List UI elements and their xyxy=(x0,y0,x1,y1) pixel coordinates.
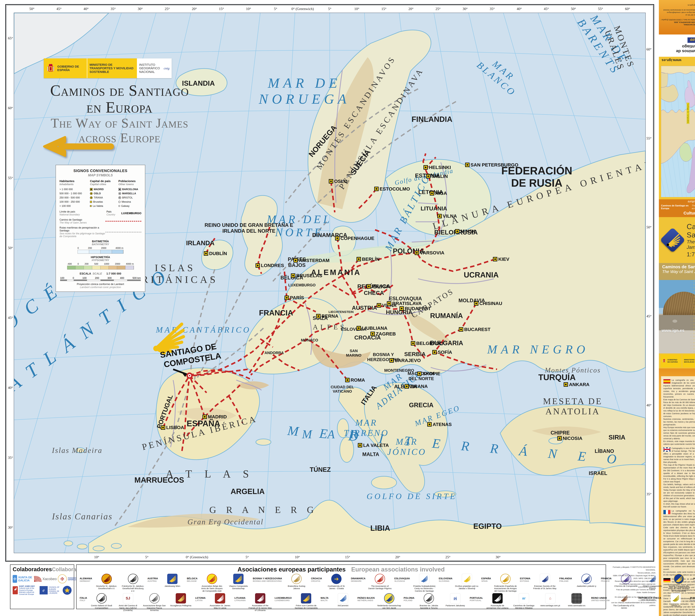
svg-text:TIRANA: TIRANA xyxy=(410,384,428,389)
degree-label: 15° xyxy=(345,555,350,559)
ign-url-top: www.ign.es xyxy=(662,58,681,63)
country-name-es: REINO UNIDO xyxy=(591,597,610,599)
ministry-label-small: MINISTERIO DE TRANSPORTES Y MOVILIDAD SO… xyxy=(684,359,695,363)
legend-capitals: Capital de país Capital cities MADRIDOSL… xyxy=(90,179,117,208)
hypsometry-tick: 500 xyxy=(94,263,98,265)
country-name-es: HUNGRÍA xyxy=(693,577,695,580)
country-name-es: PORTUGAL xyxy=(470,597,483,599)
association-entry: ➔Confraternity of St. James - Croatia xyxy=(324,574,348,590)
svg-text:FINLANDIA: FINLANDIA xyxy=(411,115,453,123)
saint-james-way-icon xyxy=(13,586,18,594)
svg-text:SOFÍA: SOFÍA xyxy=(438,350,452,355)
gobierno-cell: GOBIERNO DE ESPAÑA xyxy=(44,59,87,78)
association-country: ESTONIAESTONIA xyxy=(520,574,530,582)
publisher-line: www.ign.es / www.cnig.es e-mail: consult… xyxy=(661,11,695,14)
svg-text:ESPAÑA: ESPAÑA xyxy=(187,419,220,428)
scalebar-number: 100 xyxy=(82,277,87,280)
title-es-1: Caminos de Santiago xyxy=(50,82,189,99)
association-entry: arCaminhos de Santiago Alentejo e Ribate… xyxy=(512,593,536,609)
xunta-shield-icon xyxy=(13,575,17,583)
cultural-en-flipped: Culture xyxy=(688,200,695,203)
svg-text:CHISINAU: CHISINAU xyxy=(479,301,502,306)
logo-federacion-espanola: FEDERACIÓN ESPAÑOLA xyxy=(58,575,79,583)
degree-label: 30° xyxy=(138,7,142,11)
association-logo xyxy=(128,574,138,584)
country-name-en: LITHUANIA xyxy=(235,599,246,602)
sidebar-web-band: www.ign.es xyxy=(659,57,695,64)
association-entry: SJAmici del Camino di Santu Jacu AdCSJ (… xyxy=(116,593,140,612)
country-name-en: DENMARK xyxy=(351,580,366,582)
svg-text:MINSK: MINSK xyxy=(460,229,476,234)
country-name-es: PAÍSES BAJOS xyxy=(357,597,375,599)
sea-label: MAR NEGRO xyxy=(487,343,589,356)
capital-city: SKOPIE xyxy=(418,371,440,376)
degree-label: 40° xyxy=(646,403,651,407)
publisher-block: PUBLICA:© O. A. CENTRO NACIONALDE INFORM… xyxy=(661,4,695,28)
capital-city: TALLIN xyxy=(426,173,448,179)
svg-text:MESETA DE: MESETA DE xyxy=(543,396,603,406)
imprint-line: Tercera edición, 2025 xyxy=(611,571,655,574)
country-label: ESPAÑA xyxy=(187,419,220,428)
svg-text:G R A N E R G: G R A N E R G xyxy=(209,504,318,515)
association-name: Parlament Jakubowy xyxy=(443,604,467,607)
svg-text:MAR CANTÁBRICO: MAR CANTÁBRICO xyxy=(156,325,251,334)
country-label: CIUDAD DELVATICANO xyxy=(331,385,354,394)
association-country: PAÍSES BAJOSNETHERLANDS xyxy=(357,593,375,602)
bathymetry-tick: 200 xyxy=(88,247,92,250)
country-label: CHIPRE xyxy=(550,430,570,436)
hypsometry-tick: 1000 xyxy=(104,263,109,265)
associations-title-en: European associations involved xyxy=(351,566,445,573)
country-name-en: MALTA xyxy=(321,599,328,602)
country-label: LITUANIA xyxy=(421,205,447,212)
capitals-header-es: Capital de país xyxy=(90,179,117,183)
association-name: XirCammini xyxy=(331,604,355,607)
association-entry: Bratovština Svetog Jakova xyxy=(285,574,308,590)
city-symbol xyxy=(90,188,92,191)
searoutes-label-es: Rutas marítimas de peregrinación a Santi… xyxy=(60,226,99,232)
imprint-line: Foto de portada cedida por Turismo de Ga… xyxy=(611,588,655,594)
language-paragraph-es: La cartografía es una de las ciencias qu… xyxy=(663,379,695,446)
country-label-en: Country xyxy=(106,213,115,216)
association-entry: Associazione Borgo San Giacomo Piazza Ar… xyxy=(142,593,166,612)
association-name: The Associacion of Danish Santiago Pilgr… xyxy=(368,585,392,590)
bathymetry-swatch xyxy=(78,250,89,253)
xacobeo-label: Xacobeo xyxy=(43,577,57,581)
association-name: www.caminador.es xyxy=(565,604,589,607)
capitals-header-en: Capital cities xyxy=(90,183,117,186)
degree-label: 30° xyxy=(462,7,468,11)
scale-bar: 1000100200300400500 km xyxy=(60,277,141,281)
svg-text:GOLFO DE SIRTE: GOLFO DE SIRTE xyxy=(367,492,457,501)
capital-city: RIGA xyxy=(430,190,447,196)
svg-text:SARAJEVO: SARAJEVO xyxy=(395,358,421,363)
association-country: DINAMARCADENMARK xyxy=(351,574,366,582)
country-name-es: LITUANIA xyxy=(235,597,246,599)
coe-label-en: COUNCIL OF EUROPE xyxy=(49,586,60,590)
association-logo: ➔ xyxy=(331,574,341,584)
city-symbol xyxy=(118,201,120,203)
app-title: Caminos de Santiago xyxy=(661,44,695,54)
svg-text:LITUANIA: LITUANIA xyxy=(421,205,447,212)
country-name-en: PORTUGAL xyxy=(470,599,483,602)
minimap-santiago-label: Santiago de Compostela xyxy=(686,103,690,124)
association-entry: Frënn vum Camino de Santiago de Composte… xyxy=(294,593,318,609)
bathymetry-title-en: BATHYMETRY xyxy=(60,243,141,246)
country-name-en: SLOVENIA xyxy=(439,580,452,582)
sea-label: MARBLANCO xyxy=(475,51,525,98)
degree-label: 5° xyxy=(245,555,249,559)
hypsometry-tick: -400 xyxy=(67,263,72,265)
association-logo xyxy=(176,593,186,603)
bathymetry-tick: 2000 xyxy=(101,247,106,250)
association-entry: Priatelia Svätojakubskej Cesty na Sloven… xyxy=(412,574,436,592)
svg-text:LIBIA: LIBIA xyxy=(370,524,390,532)
imprint-line: ISBN: 978-84-416-9156-8. Depósito legal:… xyxy=(611,574,655,580)
associations-box: Asociaciones europeas participantes Euro… xyxy=(76,564,606,609)
country-label: LIBIA xyxy=(370,524,390,532)
svg-text:ARGELIA: ARGELIA xyxy=(231,487,265,496)
capital-city: PRAGA xyxy=(367,284,389,289)
country-name-en: LUXEMBOURG xyxy=(275,599,292,602)
country-name-es: ESPAÑA xyxy=(481,577,491,580)
association-country: ESLOVENIASLOVENIA xyxy=(439,574,452,582)
degree-label: 50° xyxy=(571,7,576,11)
legend: SIGNOS CONVENCIONALES MAP SYMBOLS Habita… xyxy=(56,165,145,292)
strip-title-es: Caminos de Santiago en Europa xyxy=(661,204,690,210)
